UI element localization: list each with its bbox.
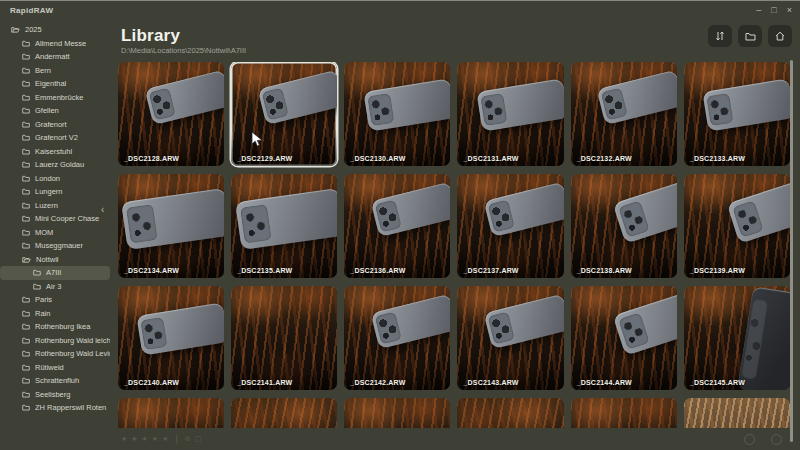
star-icon[interactable]: ★: [152, 435, 158, 443]
sidebar-item-label: Grafenort V2: [35, 133, 78, 142]
sidebar-item-grafenort-v2[interactable]: Grafenort V2: [0, 131, 110, 145]
photo-thumbnail-dsc2130-arw[interactable]: _DSC2130.ARW: [344, 62, 450, 166]
sidebar-item-r-tiweid[interactable]: Rütiweid: [0, 361, 110, 375]
sidebar-item-kaiserstuhl[interactable]: Kaiserstuhl: [0, 145, 110, 159]
photo-thumbnail-dsc2137-arw[interactable]: _DSC2137.ARW: [457, 174, 563, 278]
divider: |: [175, 434, 177, 444]
sidebar-item-label: Bern: [35, 66, 51, 75]
minimize-icon[interactable]: –: [756, 5, 761, 15]
vertical-scrollbar[interactable]: [790, 60, 793, 442]
photo-thumbnail-partial[interactable]: [231, 398, 337, 428]
sidebar-item-rothenburg-wald-levin[interactable]: Rothenburg Wald Levin …: [0, 347, 110, 361]
sidebar-item-label: Seelisberg: [35, 390, 70, 399]
camera-module: [488, 311, 515, 344]
folder-icon: [22, 94, 30, 101]
sidebar-item-emmenbr-cke[interactable]: Emmenbrücke: [0, 91, 110, 105]
photo-thumbnail-partial[interactable]: [118, 398, 224, 428]
sidebar-item-zh-rapperswil-roten[interactable]: ZH Rapperswil Roten: [0, 401, 110, 415]
sidebar-item-paris[interactable]: Paris: [0, 293, 110, 307]
star-icon[interactable]: ★: [162, 435, 168, 443]
sidebar-item-mini-cooper-chase[interactable]: Mini Cooper Chase: [0, 212, 110, 226]
sidebar-item-a7iii[interactable]: A7III: [0, 266, 110, 280]
sidebar-item-rothenburg-wald-leicht[interactable]: Rothenburg Wald leicht…: [0, 334, 110, 348]
filename-label: _DSC2140.ARW: [124, 379, 179, 386]
photo-thumbnail-dsc2143-arw[interactable]: _DSC2143.ARW: [457, 286, 563, 390]
photo-thumbnail-dsc2135-arw[interactable]: _DSC2135.ARW: [231, 174, 337, 278]
photo-thumbnail-dsc2142-arw[interactable]: _DSC2142.ARW: [344, 286, 450, 390]
photo-thumbnail-partial[interactable]: [344, 398, 450, 428]
bottom-circle-icon[interactable]: [744, 434, 755, 445]
thumbnail-grid: _DSC2128.ARW _DSC2129.ARW _DSC2130.ARW _…: [118, 62, 790, 428]
camera-module: [480, 93, 507, 126]
photo-thumbnail-partial[interactable]: [684, 398, 790, 428]
sidebar-item-andermatt[interactable]: Andermatt: [0, 50, 110, 64]
sidebar-item-2025[interactable]: 2025: [0, 23, 110, 37]
sidebar-item-rain[interactable]: Rain: [0, 307, 110, 321]
photo-thumbnail-dsc2129-arw[interactable]: _DSC2129.ARW: [231, 62, 337, 166]
photo-thumbnail-dsc2136-arw[interactable]: _DSC2136.ARW: [344, 174, 450, 278]
folder-icon: [22, 107, 30, 114]
sidebar-item-seelisberg[interactable]: Seelisberg: [0, 388, 110, 402]
sidebar-item-bern[interactable]: Bern: [0, 64, 110, 78]
filename-label: _DSC2134.ARW: [124, 267, 179, 274]
photo-thumbnail-dsc2139-arw[interactable]: _DSC2139.ARW: [684, 174, 790, 278]
sidebar-item-schrattenfluh[interactable]: Schrattenfluh: [0, 374, 110, 388]
sidebar-item-nottwil[interactable]: Nottwil: [0, 253, 110, 267]
filter-icon[interactable]: ⊘: [185, 435, 191, 443]
star-icon[interactable]: ★: [131, 435, 137, 443]
photo-thumbnail-dsc2133-arw[interactable]: _DSC2133.ARW: [684, 62, 790, 166]
folder-icon: [22, 121, 30, 128]
photo-thumbnail-dsc2128-arw[interactable]: _DSC2128.ARW: [118, 62, 224, 166]
filter-icon[interactable]: ▢: [195, 435, 202, 443]
sidebar-collapse-icon[interactable]: ‹: [101, 204, 104, 215]
star-icon[interactable]: ★: [121, 435, 127, 443]
sort-button[interactable]: [708, 25, 732, 47]
sidebar-item-luzern[interactable]: Luzern: [0, 199, 110, 213]
sidebar-item-eigenthal[interactable]: Eigenthal: [0, 77, 110, 91]
sidebar-item-grafenort[interactable]: Grafenort: [0, 118, 110, 132]
close-icon[interactable]: ×: [787, 5, 792, 15]
photo-thumbnail-dsc2132-arw[interactable]: _DSC2132.ARW: [571, 62, 677, 166]
window-controls: – □ ×: [756, 5, 792, 15]
home-button[interactable]: [768, 25, 792, 47]
folder-icon: [22, 134, 30, 141]
bottom-circle-icon[interactable]: [771, 434, 782, 445]
sidebar-item-label: 2025: [25, 25, 42, 34]
rating-filter-bar[interactable]: ★★★★★|⊘▢: [121, 434, 201, 444]
photo-thumbnail-dsc2141-arw[interactable]: _DSC2141.ARW: [231, 286, 337, 390]
filename-label: _DSC2132.ARW: [577, 155, 632, 162]
folder-icon: [22, 296, 30, 303]
open-folder-button[interactable]: [738, 25, 762, 47]
phone-in-grass-photo: [371, 293, 451, 349]
sidebar-item-lungern[interactable]: Lungern: [0, 185, 110, 199]
camera-module: [240, 204, 272, 244]
filename-label: _DSC2136.ARW: [350, 267, 405, 274]
sidebar-item-air-3[interactable]: Air 3: [0, 280, 110, 294]
sidebar-item-gfellen[interactable]: Gfellen: [0, 104, 110, 118]
camera-module: [367, 93, 394, 126]
folder-icon: [33, 283, 41, 290]
sidebar-item-allmend-messe[interactable]: Allmend Messe: [0, 37, 110, 51]
photo-thumbnail-dsc2134-arw[interactable]: _DSC2134.ARW: [118, 174, 224, 278]
phone-in-grass-photo: [726, 176, 790, 243]
folder-icon: [22, 188, 30, 195]
phone-in-grass-photo: [597, 69, 677, 125]
photo-thumbnail-dsc2144-arw[interactable]: _DSC2144.ARW: [571, 286, 677, 390]
sidebar-item-london[interactable]: London: [0, 172, 110, 186]
folder-open-icon: [22, 256, 31, 263]
photo-thumbnail-dsc2138-arw[interactable]: _DSC2138.ARW: [571, 174, 677, 278]
sidebar-item-museggmauer[interactable]: Museggmauer: [0, 239, 110, 253]
sidebar-item-rothenburg-ikea[interactable]: Rothenburg Ikea: [0, 320, 110, 334]
sidebar-item-mom[interactable]: MOM: [0, 226, 110, 240]
photo-thumbnail-partial[interactable]: [571, 398, 677, 428]
bottom-right-controls[interactable]: [744, 434, 782, 445]
photo-thumbnail-partial[interactable]: [457, 398, 563, 428]
folder-icon: [22, 67, 30, 74]
phone-in-grass-photo: [484, 293, 564, 349]
photo-thumbnail-dsc2140-arw[interactable]: _DSC2140.ARW: [118, 286, 224, 390]
photo-thumbnail-dsc2145-arw[interactable]: _DSC2145.ARW: [684, 286, 790, 390]
star-icon[interactable]: ★: [142, 435, 148, 443]
photo-thumbnail-dsc2131-arw[interactable]: _DSC2131.ARW: [457, 62, 563, 166]
maximize-icon[interactable]: □: [771, 5, 776, 15]
sidebar-item-lauerz-goldau[interactable]: Lauerz Goldau: [0, 158, 110, 172]
